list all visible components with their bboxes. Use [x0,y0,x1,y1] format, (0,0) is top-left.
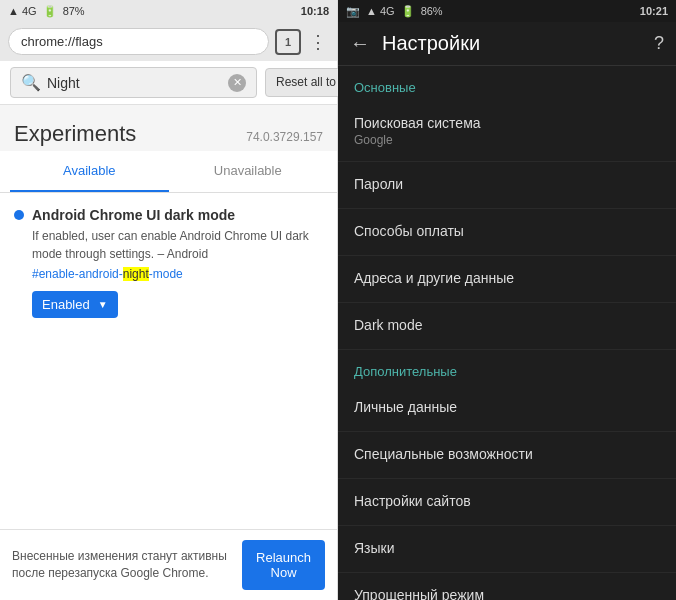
experiments-title: Experiments [14,121,136,147]
flag-link-suffix: -mode [149,267,183,281]
search-box[interactable]: 🔍 ✕ [10,67,257,98]
back-arrow-icon[interactable]: ← [350,32,370,55]
flag-link-highlight: night [123,267,149,281]
settings-item-search-engine[interactable]: Поисковая система Google [338,101,676,162]
help-icon[interactable]: ? [654,33,664,54]
settings-item-title: Специальные возможности [354,446,660,462]
time-right: 10:21 [640,5,668,17]
search-row: 🔍 ✕ Reset all to default [0,61,337,105]
right-panel: 📷 ▲ 4G 🔋 86% 10:21 ← Настройки ? Основны… [338,0,676,600]
settings-title: Настройки [382,32,642,55]
search-input[interactable] [47,75,222,91]
settings-item-languages[interactable]: Языки [338,526,676,573]
settings-item-title: Способы оплаты [354,223,660,239]
tab-count[interactable]: 1 [275,29,301,55]
settings-item-dark-mode[interactable]: Dark mode [338,303,676,350]
battery-right: 86% [421,5,443,17]
search-clear-icon[interactable]: ✕ [228,74,246,92]
flag-title: Android Chrome UI dark mode [32,207,235,223]
tab-available[interactable]: Available [10,151,169,192]
flag-link[interactable]: #enable-android-night-mode [14,267,323,281]
time-left: 10:18 [301,5,329,17]
settings-item-title: Настройки сайтов [354,493,660,509]
flag-dot-icon [14,210,24,220]
flag-name: Android Chrome UI dark mode [14,207,323,223]
address-bar[interactable]: chrome://flags [8,28,269,55]
bottom-text: Внесенные изменения станут активны после… [12,548,230,582]
settings-list: Основные Поисковая система Google Пароли… [338,66,676,600]
settings-item-title: Упрощенный режим [354,587,660,600]
settings-item-title: Пароли [354,176,660,192]
settings-item-title: Личные данные [354,399,660,415]
settings-item-title: Языки [354,540,660,556]
settings-item-passwords[interactable]: Пароли [338,162,676,209]
settings-item-title: Dark mode [354,317,660,333]
settings-item-payment[interactable]: Способы оплаты [338,209,676,256]
menu-dots-icon[interactable]: ⋮ [307,31,329,53]
camera-icon: 📷 [346,5,360,18]
signal-right-icon: ▲ 4G [366,5,395,17]
flag-link-prefix: #enable-android- [32,267,123,281]
settings-item-title: Поисковая система [354,115,660,131]
flags-content: Android Chrome UI dark mode If enabled, … [0,193,337,529]
experiments-header: Experiments 74.0.3729.157 [0,105,337,151]
section-label-basic: Основные [338,66,676,101]
settings-item-site-settings[interactable]: Настройки сайтов [338,479,676,526]
battery-icon: 🔋 [43,5,57,18]
enabled-dropdown[interactable]: Enabled ▼ [32,291,118,318]
left-panel: ▲ 4G 🔋 87% 10:18 chrome://flags 1 ⋮ 🔍 ✕ … [0,0,338,600]
battery-left: 87% [63,5,85,17]
tabs-row: Available Unavailable [0,151,337,193]
settings-header: ← Настройки ? [338,22,676,66]
status-bar-right: 📷 ▲ 4G 🔋 86% 10:21 [338,0,676,22]
bottom-bar: Внесенные изменения станут активны после… [0,529,337,600]
settings-item-personal[interactable]: Личные данные [338,385,676,432]
settings-item-lite-mode[interactable]: Упрощенный режим Сжатие данных: 0 % [338,573,676,600]
settings-item-title: Адреса и другие данные [354,270,660,286]
settings-item-accessibility[interactable]: Специальные возможности [338,432,676,479]
tab-unavailable[interactable]: Unavailable [169,151,328,192]
battery-right-icon: 🔋 [401,5,415,18]
flag-item: Android Chrome UI dark mode If enabled, … [14,207,323,330]
settings-item-addresses[interactable]: Адреса и другие данные [338,256,676,303]
settings-item-sub: Google [354,133,660,147]
dropdown-label: Enabled [42,297,90,312]
search-icon: 🔍 [21,73,41,92]
flag-description: If enabled, user can enable Android Chro… [14,227,323,263]
relaunch-button[interactable]: RelaunchNow [242,540,325,590]
signal-icon: ▲ 4G [8,5,37,17]
status-bar-left: ▲ 4G 🔋 87% 10:18 [0,0,337,22]
address-bar-row: chrome://flags 1 ⋮ [0,22,337,61]
experiments-version: 74.0.3729.157 [246,130,323,144]
section-label-advanced: Дополнительные [338,350,676,385]
dropdown-arrow-icon: ▼ [98,299,108,310]
